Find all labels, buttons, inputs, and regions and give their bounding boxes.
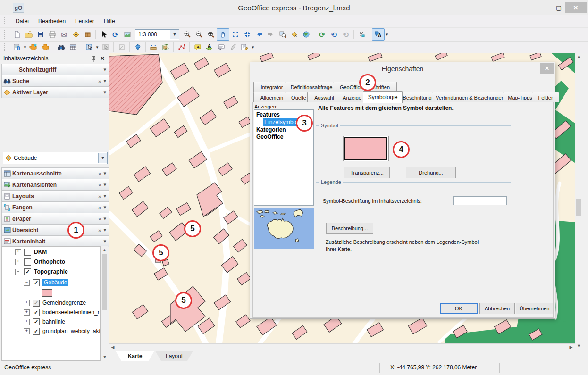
select-cursor-icon[interactable] (98, 29, 109, 40)
checkbox-checked-disabled[interactable]: ✓ (33, 300, 40, 307)
send-mail-icon[interactable]: ✉ (58, 29, 70, 40)
toggle-scale-icon[interactable] (356, 29, 368, 40)
measure-area-icon[interactable] (160, 42, 171, 53)
selected-layer-label[interactable]: Gebäude (42, 279, 68, 286)
zoom-in-icon[interactable] (181, 29, 193, 40)
tree-item-topographie[interactable]: − ✓ Topographie (15, 267, 68, 276)
fixed-zoom-in-icon[interactable] (229, 29, 241, 40)
panel-layouts[interactable]: Layouts »▾ (1, 190, 109, 202)
chevron-down-icon[interactable]: ▾ (103, 182, 106, 188)
panel-karteninhalt[interactable]: Karteninhalt ▾ (1, 235, 109, 247)
map-horizontal-scrollbar[interactable]: ◀ ▶ (109, 343, 575, 350)
expand-icon[interactable]: + (24, 328, 30, 334)
scroll-left-icon[interactable]: ◀ (109, 345, 117, 350)
toolbar-grip[interactable] (4, 43, 8, 51)
chevron-right-icon[interactable]: » (98, 205, 101, 210)
zoom-full-extent-icon[interactable] (205, 29, 217, 40)
scroll-right-icon[interactable]: ▶ (567, 345, 575, 350)
checkbox-checked[interactable]: ✓ (33, 279, 40, 286)
chevron-down-icon[interactable]: ▾ (103, 78, 106, 84)
identify-icon[interactable] (288, 29, 300, 40)
dialog-close-button[interactable]: ✕ (540, 63, 554, 74)
beschreibung-button[interactable]: Beschreibung... (326, 223, 373, 234)
chevron-down-icon[interactable]: ▼ (170, 30, 179, 39)
add-data-icon[interactable] (70, 29, 82, 40)
map-vertical-scrollbar[interactable]: ▲ ▼ (575, 53, 582, 350)
forward-icon[interactable] (265, 29, 277, 40)
menu-datei[interactable]: Datei (11, 16, 34, 26)
open-folder-icon[interactable] (23, 29, 34, 40)
chevron-down-icon[interactable]: ▾ (103, 216, 106, 222)
chevron-right-icon[interactable]: » (98, 216, 101, 222)
tree-item-bodenseetiefenlinien[interactable]: + ✓ bodenseetiefenlinien_ne (24, 308, 101, 317)
dialog-titlebar[interactable]: Eigenschaften (250, 62, 555, 75)
chevron-down-icon[interactable]: ▼ (98, 153, 107, 163)
info-sheet-icon[interactable]: i (11, 42, 23, 53)
menu-bearbeiten[interactable]: Bearbeiten (34, 16, 70, 26)
chevron-down-icon[interactable]: ▾ (103, 89, 106, 95)
checkbox-checked[interactable]: ✓ (33, 309, 40, 316)
expand-icon[interactable]: + (24, 319, 30, 325)
close-button[interactable]: ✕ (565, 2, 587, 13)
scroll-down-icon[interactable]: ▼ (575, 343, 582, 348)
tree-item-gemeindegrenze[interactable]: + ✓ Gemeindegrenze (24, 298, 86, 308)
label-finder-icon[interactable]: A (372, 28, 385, 41)
transparenz-button[interactable]: Transparenz... (344, 167, 390, 178)
chevron-down-icon[interactable]: ▾ (103, 238, 106, 244)
module-icon[interactable] (39, 42, 51, 53)
checkbox-unchecked[interactable] (24, 258, 31, 266)
uebernehmen-button[interactable]: Übernehmen (516, 303, 553, 314)
scroll-up-icon[interactable]: ▲ (575, 54, 582, 59)
symbol-preview-frame[interactable] (343, 136, 389, 161)
chevron-down-icon[interactable]: ▾ (103, 170, 106, 176)
export-map-icon[interactable] (121, 29, 133, 40)
package-icon[interactable] (82, 29, 93, 40)
search-binoculars-icon[interactable] (55, 42, 67, 53)
chevron-down-icon[interactable]: ▾ (103, 204, 106, 210)
tree-item-grundplan[interactable]: + ✓ grundplan_webcity_aktu (24, 326, 101, 336)
menu-fenster[interactable]: Fenster (70, 16, 99, 26)
module-add-icon[interactable]: ✱ (27, 42, 39, 53)
layer-symbol-swatch[interactable] (42, 289, 52, 297)
checkbox-checked[interactable]: ✓ (33, 328, 40, 335)
symbol-preview-swatch[interactable] (344, 137, 387, 160)
scrollbar-thumb[interactable] (576, 199, 581, 216)
chevron-down-icon[interactable]: ▼ (385, 33, 389, 37)
collapse-icon[interactable]: − (24, 280, 30, 286)
tab-layout[interactable]: Layout (155, 351, 193, 361)
panel-fangen[interactable]: Fangen »▾ (1, 201, 109, 213)
panel-epaper[interactable]: ePaper »▾ (1, 213, 109, 225)
active-layer-combobox[interactable]: Gebäude ▼ (3, 152, 108, 164)
go-refresh-blue-icon[interactable]: ⟲ (328, 29, 340, 40)
panel-suche[interactable]: Suche »▾ (1, 75, 109, 87)
back-icon[interactable] (253, 29, 265, 40)
label-manager-icon[interactable]: A (203, 42, 215, 53)
list-item-geooffice[interactable]: GeoOffice (254, 133, 313, 140)
tree-vertical-scrollbar[interactable]: ▲ ▼ (101, 246, 108, 361)
fixed-zoom-out-icon[interactable] (241, 29, 253, 40)
checkbox-unchecked[interactable] (24, 249, 31, 256)
tab-definitionsabfrage[interactable]: Definitionsabfrage (285, 82, 338, 92)
minimize-button[interactable]: – (541, 2, 552, 13)
tree-item-gebaeude[interactable]: − ✓ Gebäude (24, 278, 68, 287)
expand-icon[interactable]: + (15, 259, 21, 265)
symbol-caption-input[interactable] (453, 196, 507, 205)
zoom-out-icon[interactable] (193, 29, 205, 40)
save-icon[interactable] (34, 29, 46, 40)
expand-icon[interactable]: + (24, 300, 30, 306)
expand-icon[interactable]: + (15, 249, 21, 255)
chevron-right-icon[interactable]: » (98, 171, 101, 176)
chevron-down-icon[interactable]: ▾ (103, 193, 106, 199)
edit-gem-icon[interactable] (132, 42, 143, 53)
chevron-right-icon[interactable]: » (98, 182, 101, 188)
chevron-right-icon[interactable]: » (98, 193, 101, 199)
scroll-up-icon[interactable]: ▲ (101, 248, 108, 252)
attribute-table-icon[interactable] (67, 42, 79, 53)
annotation-bubble-icon[interactable] (215, 42, 227, 53)
pan-hand-icon[interactable] (217, 28, 229, 41)
tab-verbindungen-beziehungen[interactable]: Verbindungen & Beziehungen (432, 92, 508, 102)
maximize-button[interactable]: ▢ (554, 2, 564, 13)
select-features-icon[interactable] (83, 42, 95, 53)
tab-symbologie[interactable]: Symbologie (363, 91, 403, 103)
drehung-button[interactable]: Drehung... (406, 167, 456, 178)
